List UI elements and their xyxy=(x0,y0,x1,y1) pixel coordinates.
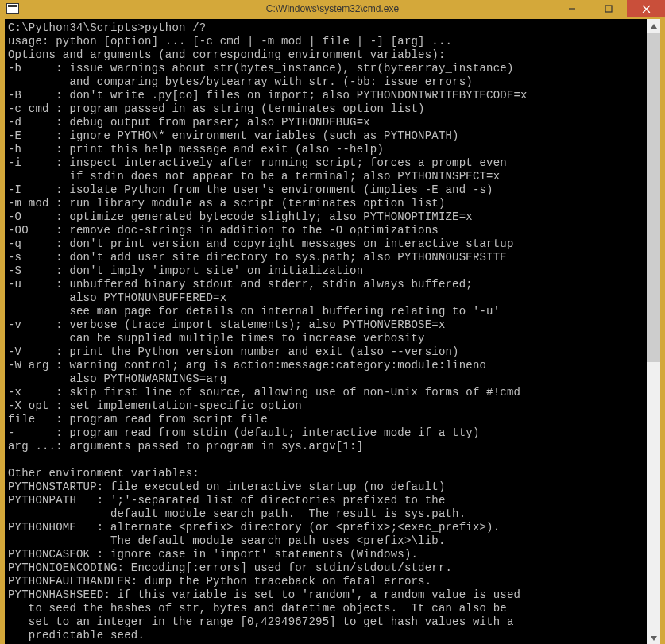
close-button[interactable] xyxy=(627,0,665,17)
scrollbar-thumb[interactable] xyxy=(647,33,660,362)
cmd-icon xyxy=(6,3,19,14)
window-controls xyxy=(554,0,665,17)
terminal-output[interactable]: C:\Python34\Scripts>python /? usage: pyt… xyxy=(5,19,647,644)
svg-rect-1 xyxy=(605,6,612,12)
maximize-button[interactable] xyxy=(590,0,627,17)
minimize-button[interactable] xyxy=(554,0,590,17)
content-area: C:\Python34\Scripts>python /? usage: pyt… xyxy=(0,17,665,644)
scroll-down-button[interactable] xyxy=(647,631,660,644)
scrollbar-track[interactable] xyxy=(647,33,660,631)
svg-marker-4 xyxy=(651,24,657,29)
cmd-window: C:\Windows\system32\cmd.exe C:\Python34\… xyxy=(0,0,665,644)
vertical-scrollbar[interactable] xyxy=(647,19,660,644)
titlebar[interactable]: C:\Windows\system32\cmd.exe xyxy=(0,0,665,17)
scroll-up-button[interactable] xyxy=(647,19,660,33)
svg-marker-5 xyxy=(651,636,657,641)
